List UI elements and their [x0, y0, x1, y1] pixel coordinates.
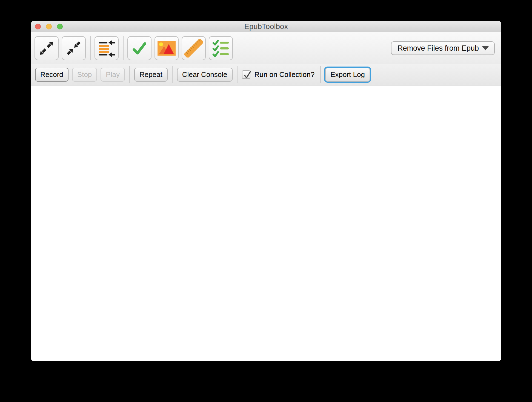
repeat-button[interactable]: Repeat [134, 68, 168, 82]
toolbar-separator [129, 66, 130, 83]
play-button[interactable]: Play [101, 68, 125, 82]
checklist-icon [212, 39, 230, 57]
image-icon [158, 41, 176, 56]
main-toolbar: Remove Files from Epub [31, 32, 501, 64]
collapse-arrows-icon [65, 39, 82, 57]
action-toolbar: Record Stop Play Repeat Clear Console Ru… [31, 64, 501, 85]
clear-console-button[interactable]: Clear Console [177, 68, 233, 82]
run-on-collection-label: Run on Collection? [254, 70, 315, 79]
toolbar-button-collapse[interactable] [62, 36, 86, 60]
record-button[interactable]: Record [35, 68, 68, 82]
text-margins-icon [98, 39, 116, 57]
stop-button[interactable]: Stop [72, 68, 97, 82]
zoom-button[interactable] [57, 24, 63, 30]
toolbar-separator [90, 36, 91, 60]
toolbar-button-margins[interactable] [95, 36, 119, 60]
app-window: EpubToolbox [31, 21, 501, 361]
ruler-icon [184, 39, 203, 58]
toolbar-button-measure[interactable] [182, 36, 206, 60]
tool-select-dropdown[interactable]: Remove Files from Epub [391, 41, 495, 55]
export-log-button[interactable]: Export Log [325, 68, 370, 82]
minimize-button[interactable] [46, 24, 52, 30]
traffic-lights [35, 24, 63, 30]
toolbar-separator [237, 66, 238, 83]
toolbar-separator [123, 36, 124, 60]
close-button[interactable] [35, 24, 41, 30]
titlebar: EpubToolbox [31, 21, 501, 32]
console-output-area [31, 85, 501, 361]
tool-select-value: Remove Files from Epub [397, 44, 479, 53]
toolbar-button-checklist[interactable] [209, 36, 233, 60]
toolbar-separator [172, 66, 173, 83]
toolbar-button-validate[interactable] [127, 36, 151, 60]
toolbar-button-expand[interactable] [35, 36, 59, 60]
run-on-collection-checkbox[interactable] [242, 70, 250, 79]
expand-arrows-icon [38, 39, 55, 57]
green-check-icon [131, 39, 148, 57]
toolbar-separator [320, 66, 321, 83]
toolbar-button-images[interactable] [155, 36, 179, 60]
chevron-down-icon [482, 46, 489, 50]
window-title: EpubToolbox [244, 22, 288, 31]
